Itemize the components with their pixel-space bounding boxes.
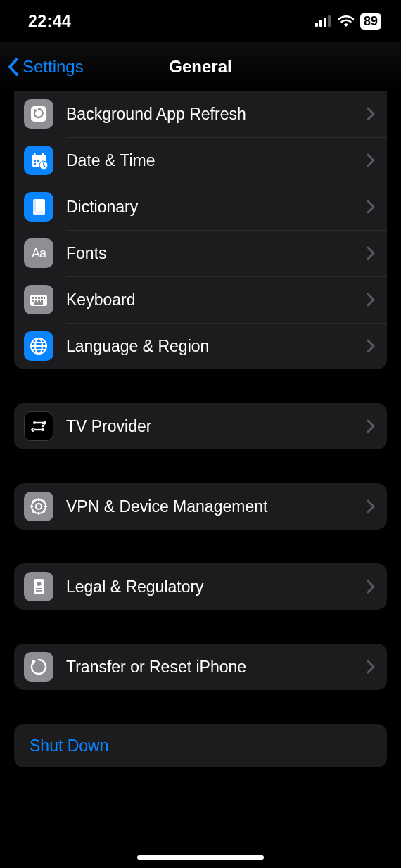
globe-icon — [24, 331, 53, 361]
chevron-right-icon — [366, 660, 376, 674]
chevron-right-icon — [366, 419, 376, 433]
settings-row-label: TV Provider — [66, 417, 360, 436]
settings-row[interactable]: Keyboard — [14, 276, 387, 323]
nav-bar: Settings General — [0, 42, 401, 91]
svg-rect-3 — [328, 15, 331, 27]
settings-row-label: Dictionary — [66, 198, 360, 217]
settings-group: Legal & Regulatory — [14, 563, 387, 610]
settings-row[interactable]: Date & Time — [14, 137, 387, 184]
status-bar: 22:44 89 — [0, 0, 401, 42]
page-title: General — [169, 57, 231, 77]
settings-group: VPN & Device Management — [14, 483, 387, 530]
settings-group: Background App RefreshDate & TimeDiction… — [14, 91, 387, 369]
chevron-right-icon — [366, 200, 376, 214]
settings-row[interactable]: AaFonts — [14, 230, 387, 276]
svg-rect-0 — [315, 23, 318, 27]
settings-row-label: Language & Region — [66, 337, 360, 356]
settings-row[interactable]: Transfer or Reset iPhone — [14, 644, 387, 690]
chevron-right-icon — [366, 293, 376, 307]
reset-icon — [24, 652, 53, 682]
settings-row[interactable]: Background App Refresh — [14, 91, 387, 137]
refresh-icon — [24, 99, 53, 129]
settings-row-label: Legal & Regulatory — [66, 577, 360, 596]
svg-rect-1 — [319, 20, 322, 27]
back-label: Settings — [23, 57, 84, 77]
settings-row-label: Keyboard — [66, 291, 360, 309]
settings-group: Transfer or Reset iPhone — [14, 644, 387, 690]
document-seal-icon — [24, 572, 53, 601]
settings-row[interactable]: Dictionary — [14, 184, 387, 230]
settings-row[interactable]: Legal & Regulatory — [14, 563, 387, 610]
settings-row-label: Fonts — [66, 244, 360, 263]
chevron-right-icon — [366, 153, 376, 167]
status-time: 22:44 — [28, 12, 71, 31]
calendar-clock-icon — [24, 146, 53, 175]
chevron-right-icon — [366, 107, 376, 121]
shut-down-button[interactable]: Shut Down — [14, 724, 387, 767]
status-indicators: 89 — [315, 13, 381, 30]
settings-row-label: Date & Time — [66, 151, 360, 170]
settings-row-label: Background App Refresh — [66, 105, 360, 124]
settings-content: Background App RefreshDate & TimeDiction… — [0, 91, 401, 781]
chevron-right-icon — [366, 339, 376, 353]
gear-badge-icon — [24, 492, 53, 521]
back-button[interactable]: Settings — [7, 57, 84, 77]
chevron-left-icon — [7, 57, 23, 77]
settings-group: Shut Down — [14, 724, 387, 767]
fonts-icon: Aa — [24, 238, 53, 268]
wifi-icon — [338, 15, 355, 27]
home-indicator[interactable] — [137, 855, 264, 860]
battery-indicator: 89 — [360, 13, 381, 30]
chevron-right-icon — [366, 580, 376, 594]
cellular-icon — [315, 15, 332, 27]
book-icon — [24, 192, 53, 222]
keyboard-icon — [24, 285, 53, 314]
settings-row[interactable]: Language & Region — [14, 323, 387, 369]
settings-row[interactable]: TV Provider — [14, 403, 387, 449]
chevron-right-icon — [366, 246, 376, 260]
settings-row-label: VPN & Device Management — [66, 497, 360, 516]
tv-provider-icon — [24, 411, 53, 441]
chevron-right-icon — [366, 499, 376, 513]
settings-group: TV Provider — [14, 403, 387, 449]
settings-row[interactable]: VPN & Device Management — [14, 483, 387, 530]
settings-row-label: Transfer or Reset iPhone — [66, 658, 360, 677]
svg-rect-2 — [324, 18, 326, 27]
